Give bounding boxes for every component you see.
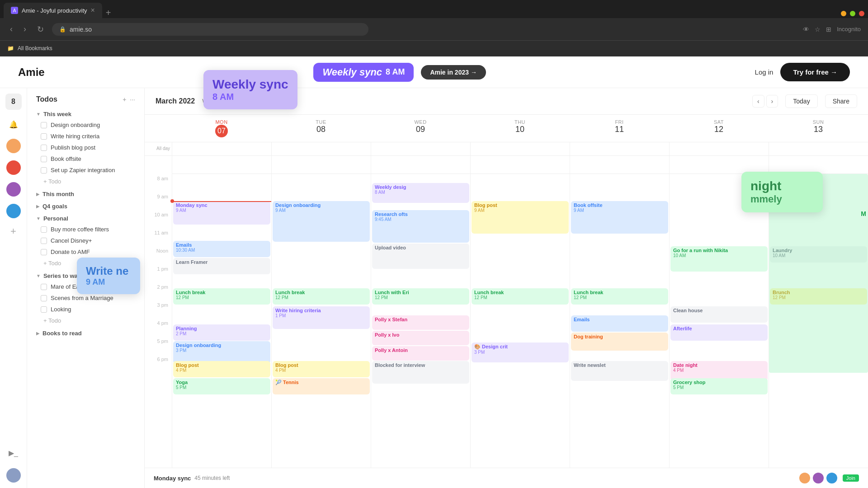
todo-write-hiring[interactable]: Write hiring criteria [27,131,144,142]
add-todo-this-week[interactable]: + Todo [27,176,144,187]
sync-join-button[interactable]: Join [843,474,859,482]
avatar-4[interactable] [6,204,21,218]
event-lunch-fri[interactable]: Lunch break 12 PM [571,288,668,305]
todo-add-button[interactable]: + [123,96,126,103]
active-tab[interactable]: A Amie - Joyful productivity × [4,3,102,18]
checkbox-scenes[interactable] [41,295,47,301]
q4-goals-section-header[interactable]: ▶ Q4 goals [27,199,144,211]
minimize-button[interactable] [841,11,846,16]
todo-zapier[interactable]: Set up Zapier integration [27,164,144,176]
back-button[interactable]: ‹ [7,23,15,36]
event-design-crit[interactable]: 🎨 Design crit 3 PM [472,343,569,362]
todo-amf[interactable]: Donate to AMF [27,246,144,258]
address-bar[interactable]: 🔒 amie.so [52,23,368,36]
today-button[interactable]: Today [785,94,817,108]
avatar-2[interactable] [6,160,21,175]
todo-more-button[interactable]: ··· [130,96,135,103]
event-planning[interactable]: Planning 2 PM [173,324,270,341]
checkbox-coffee[interactable] [41,226,47,233]
event-polly-stefan[interactable]: Polly x Stefan [372,315,469,330]
todo-publish-blog[interactable]: Publish blog post [27,142,144,153]
event-lunch-mon[interactable]: Lunch break 12 PM [173,288,270,305]
checkbox-looking[interactable] [41,306,47,313]
event-design-onboarding-mon[interactable]: Design onboarding 3 PM [173,341,270,364]
todo-disney[interactable]: Cancel Disney+ [27,235,144,246]
checkbox-design-onboarding[interactable] [41,122,47,128]
add-calendar-button[interactable]: + [10,225,16,237]
event-blocked-interview[interactable]: Blocked for interview [372,361,469,384]
event-book-offsite[interactable]: Book offsite 9 AM [571,201,668,234]
event-dog-training[interactable]: Dog training [571,333,668,351]
event-upload-video[interactable]: Upload video [372,244,469,269]
prev-week-button[interactable]: ‹ [752,95,764,108]
event-polly-antoin[interactable]: Polly x Antoin [372,346,469,361]
checkbox-book-offsite[interactable] [41,156,47,162]
section-arrow-down: ▼ [36,112,41,117]
tab-close-button[interactable]: × [91,6,95,14]
event-monday-sync[interactable]: Monday sync 9 AM [173,201,270,225]
forward-button[interactable]: › [21,23,29,36]
bookmarks-label[interactable]: All Bookmarks [18,45,52,52]
add-todo-series[interactable]: + Todo [27,315,144,326]
new-tab-button[interactable]: + [102,8,115,18]
event-write-hiring[interactable]: Write hiring criteria 1 PM [273,306,370,329]
event-write-newslet[interactable]: Write newslet [571,361,668,381]
event-lunch-tue[interactable]: Lunch break 12 PM [273,288,370,305]
event-clean-house[interactable]: Clean house [670,306,768,323]
this-month-section-header[interactable]: ▶ This month [27,187,144,199]
terminal-icon[interactable]: ▶_ [9,449,18,457]
event-research-ofts[interactable]: Research ofts 9:45 AM [372,210,469,243]
event-yoga[interactable]: Yoga 5 PM [173,378,270,394]
notification-icon[interactable]: 🔔 [6,117,21,131]
event-laundry[interactable]: Laundry 10 AM [770,246,867,263]
event-brunch[interactable]: Brunch 12 PM [770,288,867,305]
event-blog-post-tue[interactable]: Blog post 4 PM [273,361,370,377]
amie-2023-button[interactable]: Amie in 2023 → [421,65,486,80]
maximize-button[interactable] [850,11,855,16]
event-emails-fri[interactable]: Emails [571,315,668,332]
settings-avatar[interactable] [6,468,21,483]
todo-design-onboarding[interactable]: Design onboarding [27,119,144,131]
avatar-1[interactable] [6,139,21,153]
event-lunch-thu[interactable]: Lunch break 12 PM [472,288,569,305]
event-blog-post-thu[interactable]: Blog post 9 AM [472,201,569,234]
avatar-3[interactable] [6,182,21,197]
event-afterlife[interactable]: Afterlife [670,324,768,341]
event-run-nikita[interactable]: Go for a run with Nikita 10 AM [670,246,768,272]
visibility-icon[interactable]: 👁 [803,26,809,33]
login-button[interactable]: Log in [755,68,774,76]
event-weekly-desig[interactable]: Weekly desig 8 AM [372,183,469,203]
checkbox-mare[interactable] [41,284,47,290]
sidebar-icon[interactable]: ⊞ [826,26,831,33]
this-week-section-header[interactable]: ▼ This week [27,107,144,119]
event-design-onboarding-tue[interactable]: Design onboarding 9 AM [273,201,370,242]
checkbox-amf[interactable] [41,249,47,255]
all-day-sat [669,142,769,155]
browser-nav: ‹ › ↻ 🔒 amie.so 👁 ☆ ⊞ Incognito [0,18,868,41]
event-lunch-eri[interactable]: Lunch with Eri 12 PM [372,288,469,305]
event-learn-framer[interactable]: Learn Framer [173,258,270,274]
day-header-sat: Sat 12 [669,115,769,142]
event-polly-ivo[interactable]: Polly x Ivo [372,331,469,345]
todo-book-offsite[interactable]: Book offsite [27,153,144,164]
close-button[interactable] [859,11,864,16]
checkbox-write-hiring[interactable] [41,133,47,140]
try-free-button[interactable]: Try for free → [780,63,850,81]
checkbox-publish-blog[interactable] [41,145,47,151]
star-icon[interactable]: ☆ [815,26,821,33]
event-blog-post-mon[interactable]: Blog post 4 PM [173,361,270,377]
now-dot [170,199,174,203]
checkbox-zapier[interactable] [41,167,47,174]
event-grocery-shop[interactable]: Grocery shop 5 PM [670,378,768,394]
next-week-button[interactable]: › [766,95,778,108]
event-emails-mon[interactable]: Emails 10:30 AM [173,241,270,257]
share-button[interactable]: Share [825,94,857,108]
todo-looking[interactable]: Looking [27,304,144,315]
event-tennis[interactable]: 🎾 Tennis [273,378,370,394]
reload-button[interactable]: ↻ [34,23,47,36]
personal-section-header[interactable]: ▼ Personal [27,211,144,224]
todo-coffee-filters[interactable]: Buy more coffee filters [27,224,144,235]
books-section-header[interactable]: ▶ Books to read [27,326,144,338]
checkbox-disney[interactable] [41,238,47,244]
all-day-fri [570,142,669,155]
